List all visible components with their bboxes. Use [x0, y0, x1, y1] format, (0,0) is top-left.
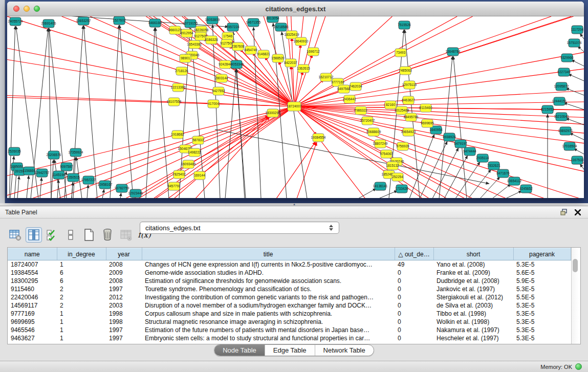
graph-node[interactable] [206, 36, 217, 44]
graph-node[interactable] [298, 64, 309, 73]
graph-node[interactable] [400, 67, 411, 75]
table-cell[interactable]: Changes of HCN gene expression and I(f) … [142, 260, 395, 269]
graph-node[interactable] [9, 147, 20, 156]
graph-node[interactable] [558, 68, 570, 76]
table-cell[interactable]: Stergiakouli et al. (2012) [433, 293, 513, 301]
table-cell[interactable]: 0 [395, 318, 433, 326]
table-cell[interactable]: 1997 [106, 334, 142, 342]
graph-edge[interactable] [27, 176, 29, 198]
table-scrollbar-thumb[interactable] [573, 259, 578, 272]
network-window-titlebar[interactable]: citations_edges.txt [7, 2, 584, 16]
graph-node[interactable] [192, 136, 204, 144]
graph-node[interactable] [308, 48, 319, 56]
table-cell[interactable]: 5.6E-5 [513, 269, 571, 277]
graph-node[interactable] [396, 185, 407, 193]
graph-node[interactable] [320, 73, 332, 81]
table-cell[interactable]: 14569117 [8, 301, 57, 310]
column-header-title[interactable]: title [142, 248, 395, 260]
table-cell[interactable]: Hescheler et al. (1997) [433, 334, 513, 342]
graph-node[interactable] [114, 16, 125, 25]
graph-node[interactable] [556, 82, 567, 91]
graph-node[interactable] [70, 148, 81, 157]
graph-edge[interactable] [51, 160, 53, 198]
table-cell[interactable]: 1997 [106, 285, 142, 293]
table-cell[interactable]: 0 [395, 334, 433, 342]
graph-node[interactable] [556, 113, 567, 121]
graph-node[interactable] [168, 182, 180, 190]
graph-edge[interactable] [492, 184, 511, 198]
graph-edge[interactable] [146, 28, 155, 198]
graph-node[interactable] [208, 100, 219, 108]
graph-node[interactable] [258, 50, 269, 58]
graph-edge[interactable] [444, 156, 468, 198]
graph-node[interactable] [78, 17, 89, 25]
table-cell[interactable]: Genome-wide association studies in ADHD. [142, 269, 395, 277]
tab-network-table[interactable]: Network Table [315, 345, 374, 356]
table-cell[interactable]: 0 [395, 301, 433, 310]
graph-node[interactable] [24, 167, 35, 175]
table-cell[interactable]: Embryonic stem cells: a model to study s… [142, 334, 395, 342]
graph-edge[interactable] [294, 16, 316, 106]
graph-node[interactable] [149, 19, 161, 27]
citation-network-graph[interactable]: 2405572420691406106532571527602846616010… [7, 16, 584, 198]
table-cell[interactable]: 18300295 [8, 277, 57, 285]
table-cell[interactable]: 5.5E-5 [513, 293, 571, 301]
tab-edge-table[interactable]: Edge Table [265, 345, 315, 356]
graph-node[interactable] [195, 32, 206, 40]
column-header-pagerank[interactable]: pagerank [513, 248, 571, 260]
table-cell[interactable]: 1997 [106, 326, 142, 334]
graph-node[interactable] [447, 48, 459, 56]
graph-edge[interactable] [237, 69, 245, 198]
table-cell[interactable]: 1998 [106, 310, 142, 318]
close-button[interactable] [13, 6, 19, 12]
table-cell[interactable]: 9115460 [8, 285, 57, 293]
graph-node[interactable] [10, 17, 21, 26]
table-cell[interactable]: Tibbo et al. (1998) [433, 310, 513, 318]
table-cell[interactable]: 1998 [106, 318, 142, 326]
table-cell[interactable]: 9699695 [8, 318, 57, 326]
table-cell[interactable]: Yano et al. (2008) [433, 260, 513, 269]
graph-node[interactable] [216, 74, 227, 82]
graph-node[interactable] [194, 171, 205, 180]
graph-edge[interactable] [281, 32, 307, 198]
table-cell[interactable]: 6 [57, 277, 106, 285]
graph-node[interactable] [509, 177, 520, 185]
select-all-button[interactable] [44, 227, 60, 243]
graph-node[interactable] [185, 19, 196, 28]
graph-node[interactable] [295, 37, 307, 46]
graph-edge[interactable] [294, 16, 574, 106]
graph-node[interactable] [554, 97, 565, 105]
network-canvas[interactable]: 2405572420691406106532571527602846616010… [7, 16, 584, 198]
column-header-year[interactable]: year [106, 248, 142, 260]
table-cell[interactable]: Disruption of a novel member of a sodium… [142, 301, 395, 310]
table-cell[interactable]: Franke et al. (2009) [433, 269, 513, 277]
graph-edge[interactable] [17, 176, 19, 198]
table-cell[interactable]: 1 [57, 260, 106, 269]
graph-edge[interactable] [580, 164, 584, 169]
graph-node[interactable] [385, 101, 396, 109]
graph-node[interactable] [355, 106, 366, 115]
graph-node[interactable] [375, 140, 386, 148]
graph-node[interactable] [455, 140, 466, 148]
graph-edge[interactable] [409, 134, 434, 198]
table-cell[interactable]: 9465546 [8, 326, 57, 334]
graph-node[interactable] [36, 169, 48, 177]
graph-edge[interactable] [102, 189, 104, 198]
graph-edge[interactable] [138, 106, 294, 198]
graph-node[interactable] [168, 98, 180, 106]
table-cell[interactable]: Dudbridge et al. (2008) [433, 277, 513, 285]
graph-node[interactable] [180, 54, 191, 62]
graph-node[interactable] [542, 105, 553, 114]
graph-node[interactable] [488, 162, 499, 170]
graph-node[interactable] [405, 113, 417, 121]
graph-node[interactable] [560, 127, 571, 135]
graph-node[interactable] [207, 16, 218, 24]
graph-node[interactable] [362, 117, 373, 125]
graph-edge[interactable] [568, 74, 584, 81]
table-selector[interactable]: citations_edges.txt [140, 222, 339, 234]
column-header-short[interactable]: short [433, 248, 513, 260]
table-settings-button[interactable] [7, 227, 24, 243]
graph-node[interactable] [43, 19, 54, 28]
graph-node[interactable] [395, 49, 406, 57]
graph-node[interactable] [399, 21, 410, 29]
